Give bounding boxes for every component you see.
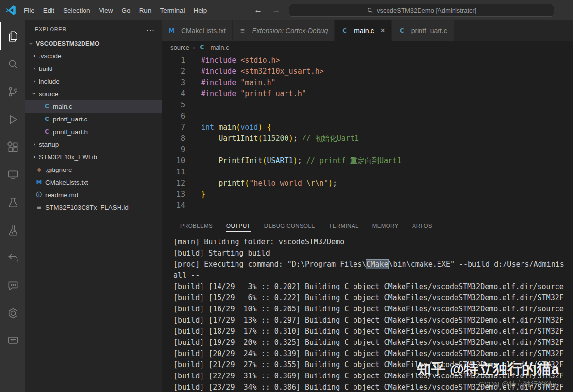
explorer-sidebar: EXPLORER ··· VSCODESTM32DEMO .vscodebuil…: [25, 20, 162, 392]
tab-main-c[interactable]: Cmain.c×: [335, 20, 392, 41]
output-line: [proc] Executing command: "D:\Program Fi…: [173, 259, 573, 270]
tree-item-label: printf_uart.h: [53, 128, 88, 136]
tree-item-startup[interactable]: startup: [25, 138, 162, 151]
output-line: [build] [14/29 3% :: 0.202] Building C o…: [173, 281, 573, 292]
search-icon[interactable]: [0, 50, 25, 78]
tab-cmakelists-txt[interactable]: MCMakeLists.txt: [162, 20, 233, 41]
code-editor[interactable]: 1#include <stdio.h>2#include <stm32f10x_…: [162, 53, 573, 217]
run-and-debug-icon[interactable]: [0, 105, 25, 133]
chat-icon[interactable]: [0, 272, 25, 299]
panel-tab-problems[interactable]: PROBLEMS: [173, 217, 219, 235]
menu-file[interactable]: File: [19, 4, 39, 17]
vscode-logo-icon: [5, 4, 17, 16]
tree-item-main.c[interactable]: Cmain.c: [25, 100, 162, 113]
panel-tab-xrtos[interactable]: XRTOS: [405, 217, 439, 235]
code-text: int main(void) {: [185, 122, 271, 133]
forward-arrow-icon[interactable]: →: [272, 5, 280, 15]
tree-item-.vscode[interactable]: .vscode: [25, 50, 162, 62]
source-control-icon[interactable]: [0, 78, 25, 105]
output-line: [build] Starting build: [173, 248, 573, 259]
search-icon: [367, 7, 373, 14]
chevron-down-icon: [29, 41, 33, 45]
output-line: [build] [16/29 10% :: 0.265] Building C …: [173, 304, 573, 315]
menu-edit[interactable]: Edit: [39, 4, 59, 17]
menu-go[interactable]: Go: [118, 4, 135, 17]
output-console[interactable]: [main] Building folder: vscodeSTM32Demo …: [162, 235, 573, 392]
code-line-2[interactable]: 2#include <stm32f10x_usart.h>: [162, 66, 573, 77]
tree-item-build[interactable]: build: [25, 62, 162, 75]
history-navigation: ← →: [254, 5, 280, 15]
tree-item-STM32F10x_FWLib[interactable]: STM32F10x_FWLib: [25, 151, 162, 163]
openai-icon[interactable]: [0, 299, 25, 327]
panel-tab-terminal[interactable]: TERMINAL: [322, 217, 365, 235]
line-number: 13: [162, 189, 185, 200]
tab-printf-uart-c[interactable]: Cprintf_uart.c: [392, 20, 454, 41]
breadcrumb-separator: ›: [193, 44, 195, 51]
undo-arrow-icon[interactable]: [0, 244, 25, 272]
git-file-icon: ◆: [35, 166, 43, 173]
menu-help[interactable]: Help: [189, 4, 211, 17]
tree-item-printf_uart.h[interactable]: Cprintf_uart.h: [25, 125, 162, 138]
explorer-icon[interactable]: [0, 22, 25, 50]
code-line-3[interactable]: 3#include "main.h": [162, 77, 573, 88]
more-actions-icon[interactable]: ···: [146, 25, 155, 34]
code-line-7[interactable]: 7int main(void) {: [162, 122, 573, 133]
line-number: 12: [162, 178, 185, 189]
tree-item-readme.md[interactable]: ⓘreadme.md: [25, 188, 162, 201]
panel-tab-memory[interactable]: MEMORY: [366, 217, 405, 235]
remote-explorer-icon[interactable]: [0, 161, 25, 188]
explorer-header: EXPLORER ···: [25, 20, 162, 38]
workspace-section-header[interactable]: VSCODESTM32DEMO: [25, 38, 162, 50]
menu-view[interactable]: View: [95, 4, 118, 17]
code-line-11[interactable]: 11: [162, 167, 573, 178]
code-line-9[interactable]: 9: [162, 144, 573, 155]
code-text: [185, 167, 201, 178]
code-line-13[interactable]: 13}: [162, 189, 573, 200]
h-file-icon: C: [43, 128, 51, 135]
code-line-5[interactable]: 5: [162, 100, 573, 111]
code-line-8[interactable]: 8 Uart1Init(115200); // 初始化Uart1: [162, 133, 573, 144]
code-line-4[interactable]: 4#include "printf_uart.h": [162, 88, 573, 100]
indent-guide: [35, 50, 35, 214]
tree-item-.gitignore[interactable]: ◆.gitignore: [25, 163, 162, 176]
code-line-14[interactable]: 14: [162, 200, 573, 211]
menu-selection[interactable]: Selection: [59, 4, 95, 17]
list-file-icon: ≡: [35, 204, 43, 211]
code-text: #include <stm32f10x_usart.h>: [185, 66, 324, 77]
breadcrumb-item-main.c[interactable]: Cmain.c: [198, 44, 229, 51]
tree-item-source[interactable]: source: [25, 87, 162, 100]
indent-guide: [43, 100, 43, 138]
test-beaker-icon[interactable]: [0, 188, 25, 216]
tree-item-printf_uart.c[interactable]: Cprintf_uart.c: [25, 113, 162, 125]
tab-extension-cortex-debug[interactable]: ≡Extension: Cortex-Debug: [233, 20, 335, 41]
code-line-12[interactable]: 12 printf("hello world \r\n");: [162, 178, 573, 189]
feedback-icon[interactable]: [0, 327, 25, 355]
panel-tab-debug-console[interactable]: DEBUG CONSOLE: [257, 217, 322, 235]
extensions-icon[interactable]: [0, 133, 25, 161]
menu-run[interactable]: Run: [135, 4, 156, 17]
lab-flask-icon[interactable]: [0, 216, 25, 244]
breadcrumb-item-source[interactable]: source: [170, 44, 189, 51]
code-line-1[interactable]: 1#include <stdio.h>: [162, 55, 573, 66]
search-box-text: vscodeSTM32Demo [Administrator]: [377, 7, 476, 14]
output-line: [build] [19/29 20% :: 0.325] Building C …: [173, 337, 573, 348]
menubar: FileEditSelectionViewGoRunTerminalHelp: [19, 4, 211, 17]
code-line-10[interactable]: 10 PrintfInit(USART1); // printf 重定向到Uar…: [162, 155, 573, 167]
code-text: printf("hello world \r\n");: [185, 178, 337, 189]
output-line: [main] Building folder: vscodeSTM32Demo: [173, 237, 573, 248]
tree-item-label: source: [39, 90, 59, 98]
code-line-6[interactable]: 6: [162, 111, 573, 122]
output-line: all --: [173, 270, 573, 281]
panel-tab-output[interactable]: OUTPUT: [219, 217, 257, 235]
back-arrow-icon[interactable]: ←: [254, 5, 262, 15]
command-center-search[interactable]: vscodeSTM32Demo [Administrator]: [289, 4, 554, 17]
info-file-icon: ⓘ: [35, 191, 43, 199]
panel-tab-bar: PROBLEMSOUTPUTDEBUG CONSOLETERMINALMEMOR…: [162, 217, 573, 235]
tree-item-CMakeLists.txt[interactable]: MCMakeLists.txt: [25, 176, 162, 188]
tree-item-STM32F103C8Tx_FLASH.ld[interactable]: ≡STM32F103C8Tx_FLASH.ld: [25, 201, 162, 214]
code-text: [185, 111, 201, 122]
menu-terminal[interactable]: Terminal: [155, 4, 189, 17]
code-text: }: [185, 189, 205, 200]
tree-item-include[interactable]: include: [25, 75, 162, 87]
close-icon[interactable]: ×: [380, 27, 385, 34]
